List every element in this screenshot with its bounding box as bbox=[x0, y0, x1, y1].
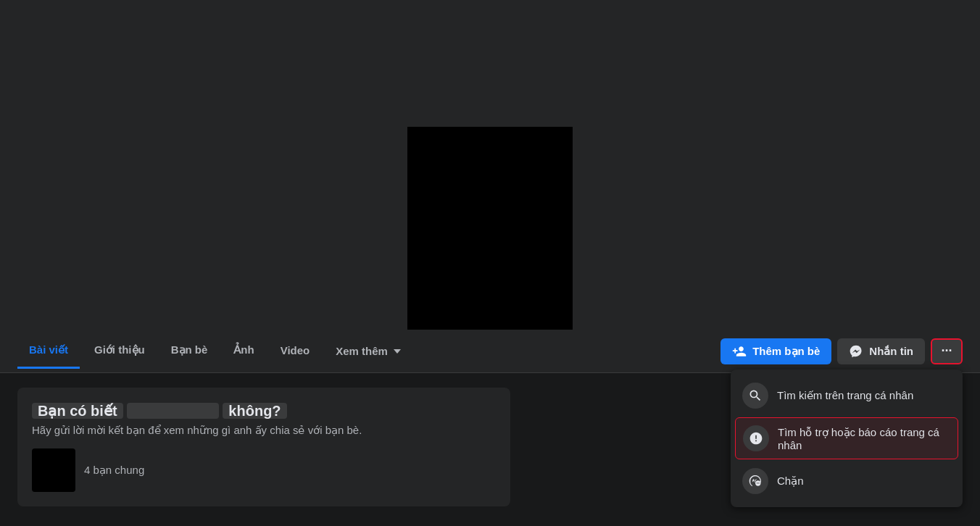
nav-actions: Thêm bạn bè Nhắn tin ··· bbox=[721, 338, 963, 364]
message-button[interactable]: Nhắn tin bbox=[837, 338, 925, 364]
tab-bai-viet[interactable]: Bài viết bbox=[17, 333, 80, 369]
cover-area bbox=[0, 0, 980, 330]
person-add-icon bbox=[732, 344, 747, 359]
mutual-friend-avatar bbox=[32, 448, 75, 492]
name-redacted bbox=[127, 403, 219, 419]
messenger-icon bbox=[849, 344, 863, 359]
friend-suggest-subtitle: Hãy gửi lời mời kết bạn để xem những gì … bbox=[32, 424, 496, 437]
search-icon bbox=[748, 388, 763, 403]
tab-gioi-thieu[interactable]: Giới thiệu bbox=[83, 333, 157, 369]
tab-xem-them[interactable]: Xem thêm bbox=[324, 335, 412, 367]
dropdown-item-search[interactable]: Tìm kiếm trên trang cá nhân bbox=[731, 375, 963, 416]
profile-image bbox=[407, 127, 573, 330]
tab-ban-be[interactable]: Bạn bè bbox=[159, 333, 220, 369]
tab-anh[interactable]: Ảnh bbox=[222, 333, 265, 369]
search-icon-circle bbox=[742, 383, 768, 409]
dropdown-menu: Tìm kiếm trên trang cá nhân Tìm hỗ trợ h… bbox=[731, 370, 963, 507]
tab-video[interactable]: Video bbox=[269, 334, 322, 369]
nav-tabs: Bài viết Giới thiệu Bạn bè Ảnh Video Xem… bbox=[17, 333, 721, 369]
friend-suggest-title: Bạn có biết không? bbox=[32, 402, 496, 419]
nav-bar: Bài viết Giới thiệu Bạn bè Ảnh Video Xem… bbox=[0, 330, 980, 373]
mutual-friend-row: 4 bạn chung bbox=[32, 448, 496, 492]
dropdown-item-report[interactable]: Tìm hỗ trợ hoặc báo cáo trang cá nhân bbox=[735, 417, 958, 459]
chevron-down-icon bbox=[394, 349, 401, 354]
mutual-friend-count: 4 bạn chung bbox=[84, 464, 144, 477]
dropdown-item-block[interactable]: Chặn bbox=[731, 461, 963, 501]
block-icon-circle bbox=[742, 468, 768, 494]
friend-suggest-card: Bạn có biết không? Hãy gửi lời mời kết b… bbox=[17, 388, 510, 506]
more-options-button[interactable]: ··· bbox=[931, 338, 963, 364]
report-icon-circle bbox=[743, 425, 769, 451]
add-friend-button[interactable]: Thêm bạn bè bbox=[721, 338, 831, 364]
report-icon bbox=[749, 431, 763, 446]
block-icon bbox=[748, 474, 763, 488]
